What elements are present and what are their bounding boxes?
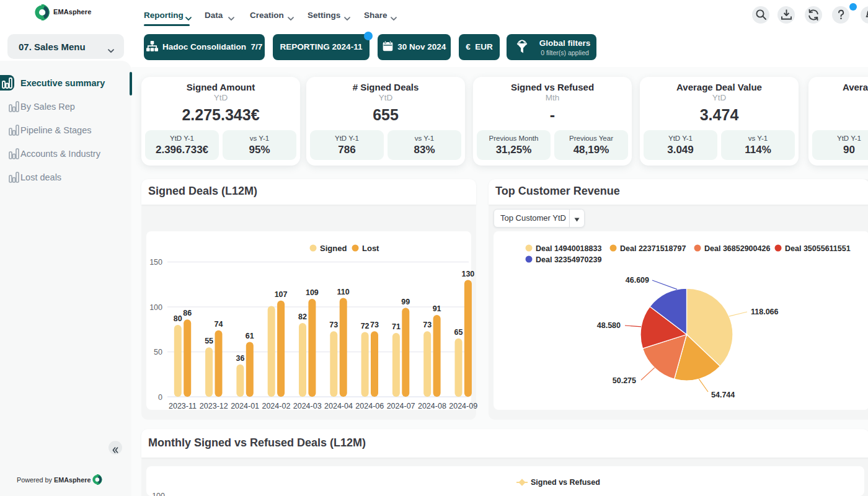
svg-text:54.744: 54.744 — [711, 391, 735, 399]
svg-text:109: 109 — [306, 288, 319, 297]
svg-text:2024-06: 2024-06 — [355, 402, 384, 410]
svg-text:Deal 22371518797: Deal 22371518797 — [620, 244, 686, 253]
svg-text:80: 80 — [174, 314, 182, 323]
svg-text:61: 61 — [246, 332, 254, 340]
svg-text:2024-03: 2024-03 — [293, 402, 322, 410]
svg-text:118.066: 118.066 — [751, 308, 779, 316]
svg-text:2024-02: 2024-02 — [262, 402, 290, 410]
svg-text:48.580: 48.580 — [597, 321, 621, 330]
svg-text:2024-07: 2024-07 — [387, 402, 415, 410]
svg-text:2023-12: 2023-12 — [200, 402, 228, 410]
svg-text:65: 65 — [454, 328, 463, 337]
svg-text:Deal 36852900426: Deal 36852900426 — [704, 244, 770, 253]
svg-text:2024-01: 2024-01 — [231, 402, 259, 410]
svg-text:72: 72 — [361, 322, 370, 330]
svg-text:36: 36 — [236, 354, 244, 363]
svg-text:130: 130 — [461, 270, 474, 278]
svg-text:Deal 32354970239: Deal 32354970239 — [536, 255, 601, 264]
svg-text:91: 91 — [433, 304, 441, 313]
svg-text:50: 50 — [154, 348, 162, 356]
svg-text:50.275: 50.275 — [613, 376, 636, 385]
svg-text:Signed vs Refused: Signed vs Refused — [531, 478, 600, 487]
svg-text:74: 74 — [215, 320, 223, 329]
svg-text:71: 71 — [392, 322, 401, 331]
svg-text:73: 73 — [329, 321, 338, 329]
svg-text:150: 150 — [149, 258, 162, 267]
svg-text:55: 55 — [205, 337, 213, 345]
svg-text:Lost: Lost — [362, 244, 379, 253]
svg-text:99: 99 — [401, 298, 410, 306]
svg-text:Deal 14940018833: Deal 14940018833 — [536, 244, 601, 253]
svg-text:110: 110 — [337, 288, 350, 296]
svg-text:2024-04: 2024-04 — [324, 402, 353, 410]
svg-text:107: 107 — [275, 290, 288, 299]
svg-text:0: 0 — [158, 393, 162, 402]
svg-text:86: 86 — [183, 309, 192, 317]
svg-text:82: 82 — [298, 312, 307, 321]
svg-text:Signed: Signed — [320, 244, 347, 253]
svg-text:73: 73 — [423, 321, 432, 329]
svg-text:2024-08: 2024-08 — [418, 402, 446, 410]
svg-text:46.609: 46.609 — [626, 276, 649, 285]
svg-text:Deal 35055611551: Deal 35055611551 — [785, 244, 851, 253]
svg-text:2024-09: 2024-09 — [449, 402, 477, 410]
svg-text:2023-11: 2023-11 — [169, 402, 197, 410]
svg-text:73: 73 — [370, 321, 379, 329]
svg-text:100: 100 — [149, 303, 162, 312]
